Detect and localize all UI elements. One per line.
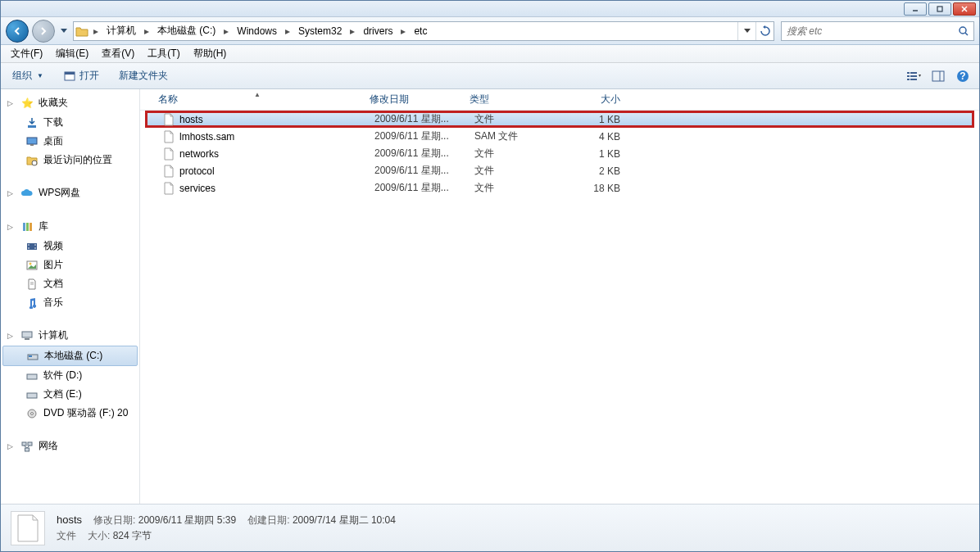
- menu-help[interactable]: 帮助(H): [187, 45, 234, 62]
- history-dropdown[interactable]: [58, 21, 70, 41]
- svg-rect-11: [910, 75, 917, 77]
- file-name: hosts: [179, 114, 203, 125]
- column-size[interactable]: 大小: [561, 93, 627, 106]
- file-size: 2 KB: [566, 165, 627, 177]
- sidebar-item-drive-c[interactable]: 本地磁盘 (C:): [2, 346, 138, 366]
- chevron-right-icon[interactable]: ▸: [141, 25, 152, 37]
- document-icon: [25, 278, 39, 291]
- folder-icon: [74, 25, 90, 37]
- svg-rect-24: [29, 223, 32, 231]
- chevron-right-icon[interactable]: ▸: [90, 25, 102, 37]
- close-button[interactable]: [953, 2, 976, 16]
- maximize-button[interactable]: [928, 2, 951, 16]
- picture-icon: [25, 259, 39, 272]
- sidebar-item-drive-dvd[interactable]: DVD 驱动器 (F:) 20: [1, 404, 139, 423]
- sidebar-item-drive-d[interactable]: 软件 (D:): [1, 366, 139, 385]
- details-filename: hosts: [57, 514, 82, 526]
- file-date: 2009/6/11 星期...: [368, 112, 468, 126]
- breadcrumb-segment[interactable]: System32: [293, 22, 347, 40]
- search-input[interactable]: [782, 22, 954, 40]
- svg-rect-19: [27, 138, 37, 144]
- file-row[interactable]: networks2009/6/11 星期...文件1 KB: [145, 145, 974, 162]
- file-preview-icon: [11, 511, 45, 545]
- menu-edit[interactable]: 编辑(E): [49, 45, 95, 62]
- address-dropdown[interactable]: [737, 22, 755, 40]
- svg-point-21: [32, 161, 37, 165]
- drive-icon: [25, 369, 39, 382]
- breadcrumb-segment[interactable]: 本地磁盘 (C:): [152, 22, 220, 40]
- file-row[interactable]: protocol2009/6/11 星期...文件2 KB: [145, 162, 974, 179]
- menu-bar: 文件(F) 编辑(E) 查看(V) 工具(T) 帮助(H): [1, 45, 979, 63]
- sidebar-favorites-header[interactable]: ▷⭐收藏夹: [1, 93, 139, 113]
- column-date[interactable]: 修改日期: [363, 93, 463, 106]
- network-icon: [20, 440, 34, 453]
- file-date: 2009/6/11 星期...: [368, 181, 468, 195]
- sidebar-item-pictures[interactable]: 图片: [1, 256, 139, 274]
- details-type: 文件: [57, 529, 76, 543]
- preview-pane-button[interactable]: [928, 66, 948, 86]
- drive-icon: [25, 388, 39, 401]
- minimize-button[interactable]: [904, 2, 927, 16]
- sidebar-item-videos[interactable]: 视频: [1, 237, 139, 256]
- view-options-button[interactable]: [904, 66, 923, 86]
- breadcrumb-segment[interactable]: 计算机: [102, 22, 141, 40]
- svg-rect-20: [30, 144, 34, 146]
- sidebar-item-documents[interactable]: 文档: [1, 274, 139, 293]
- sidebar-item-downloads[interactable]: 下载: [1, 113, 139, 132]
- file-name: networks: [179, 148, 219, 160]
- column-type[interactable]: 类型: [463, 93, 561, 106]
- video-icon: [25, 240, 39, 253]
- menu-view[interactable]: 查看(V): [95, 45, 141, 62]
- column-name[interactable]: 名称▲: [152, 93, 363, 106]
- content-area: ▷⭐收藏夹 下载 桌面 最近访问的位置 ▷WPS网盘 ▷库 视频 图片 文档 音…: [1, 89, 979, 504]
- file-type: SAM 文件: [468, 129, 566, 143]
- chevron-right-icon[interactable]: ▸: [282, 25, 293, 37]
- svg-rect-12: [907, 79, 910, 80]
- breadcrumb-segment[interactable]: drivers: [358, 22, 397, 40]
- file-row[interactable]: hosts2009/6/11 星期...文件1 KB: [145, 111, 974, 128]
- sidebar-libraries-header[interactable]: ▷库: [1, 216, 139, 237]
- sidebar-item-music[interactable]: 音乐: [1, 293, 139, 312]
- file-icon: [163, 165, 176, 178]
- back-button[interactable]: [6, 20, 29, 43]
- download-icon: [25, 116, 39, 129]
- breadcrumb-segment[interactable]: Windows: [232, 22, 282, 40]
- organize-button[interactable]: 组织▼: [7, 67, 48, 84]
- sidebar-item-desktop[interactable]: 桌面: [1, 132, 139, 151]
- file-row[interactable]: services2009/6/11 星期...文件18 KB: [145, 179, 974, 197]
- new-folder-button[interactable]: 新建文件夹: [114, 67, 173, 84]
- details-size-label: 大小:: [88, 530, 110, 541]
- help-button[interactable]: ?: [953, 66, 973, 86]
- chevron-right-icon[interactable]: ▸: [220, 25, 232, 37]
- svg-rect-22: [23, 223, 25, 231]
- sidebar-wps[interactable]: ▷WPS网盘: [1, 183, 139, 203]
- sidebar-item-drive-e[interactable]: 文档 (E:): [1, 385, 139, 404]
- svg-point-28: [34, 244, 36, 246]
- file-row[interactable]: lmhosts.sam2009/6/11 星期...SAM 文件4 KB: [145, 128, 974, 145]
- forward-button[interactable]: [32, 20, 55, 43]
- menu-file[interactable]: 文件(F): [4, 45, 49, 62]
- search-icon[interactable]: [954, 25, 973, 37]
- sidebar-computer-header[interactable]: ▷计算机: [1, 325, 139, 346]
- search-box[interactable]: [781, 21, 974, 41]
- sidebar-network[interactable]: ▷网络: [1, 436, 139, 456]
- svg-point-29: [34, 247, 36, 249]
- dvd-icon: [25, 407, 39, 420]
- menu-tools[interactable]: 工具(T): [141, 45, 186, 62]
- refresh-button[interactable]: [755, 22, 774, 40]
- file-list-pane: 名称▲ 修改日期 类型 大小 hosts2009/6/11 星期...文件1 K…: [140, 89, 979, 504]
- address-bar[interactable]: ▸ 计算机▸ 本地磁盘 (C:)▸ Windows▸ System32▸ dri…: [73, 21, 774, 41]
- svg-rect-44: [25, 448, 29, 451]
- breadcrumb-segment[interactable]: etc: [409, 22, 432, 40]
- file-size: 1 KB: [566, 148, 627, 160]
- file-type: 文件: [468, 112, 566, 126]
- open-button[interactable]: 打开: [58, 67, 104, 84]
- sidebar-item-recent[interactable]: 最近访问的位置: [1, 151, 139, 170]
- cloud-icon: [20, 187, 34, 200]
- svg-rect-39: [27, 393, 37, 398]
- window-titlebar: [1, 1, 979, 17]
- chevron-right-icon[interactable]: ▸: [397, 25, 409, 37]
- file-icon: [163, 147, 176, 161]
- svg-rect-8: [907, 72, 910, 74]
- chevron-right-icon[interactable]: ▸: [347, 25, 358, 37]
